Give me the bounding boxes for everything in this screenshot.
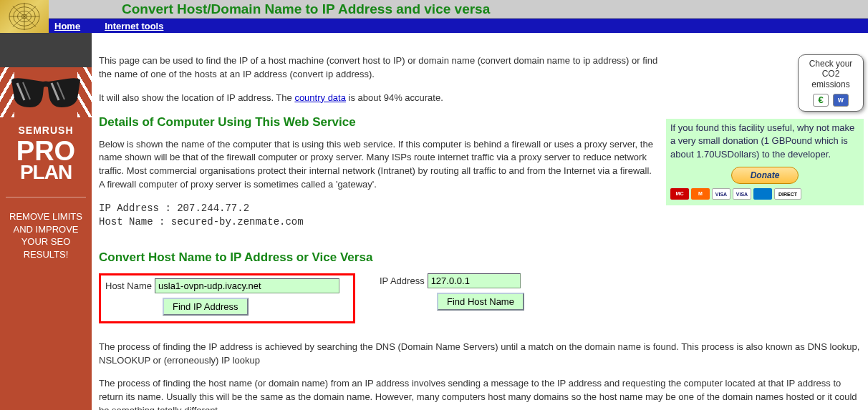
ip-label: IP Address : — [99, 202, 177, 214]
hostname-input[interactable] — [155, 278, 339, 293]
sunglasses-icon — [10, 77, 82, 110]
co2-widget[interactable]: Check your CO2 emissions € w — [798, 54, 864, 112]
intro-p2-suffix: is about 94% accurate. — [346, 92, 443, 103]
find-ip-button[interactable]: Find IP Address — [163, 298, 249, 316]
ad-brand: SEMRUSH — [6, 125, 86, 136]
ad-headline: SEMRUSH PRO PLAN — [0, 117, 92, 181]
visa-icon-2: VISA — [733, 188, 751, 200]
convert-heading: Convert Host Name to IP Address or Vice … — [99, 250, 864, 265]
sidebar-ad[interactable]: SEMRUSH PRO PLAN REMOVE LIMITS AND IMPRO… — [0, 33, 92, 410]
directdebit-icon: DIRECT — [774, 188, 801, 200]
explain-paragraph-1: The process of finding the IP address is… — [99, 341, 864, 368]
co2-line1: Check your — [801, 59, 860, 69]
title-bar: Convert Host/Domain Name to IP Address a… — [0, 0, 868, 19]
intro-p2-prefix: It will also show the location of IP add… — [99, 92, 294, 103]
ad-top-dark — [0, 33, 92, 67]
world-icon: w — [833, 94, 849, 107]
ad-divider — [6, 197, 86, 197]
host-label: Host Name : — [99, 216, 171, 228]
maestro-icon: M — [691, 188, 710, 200]
nav-home[interactable]: Home — [54, 21, 80, 31]
donate-text: If you found this facility useful, why n… — [670, 122, 854, 159]
donate-button[interactable]: Donate — [731, 167, 799, 184]
explain-paragraph-2: The process of finding the host name (or… — [99, 377, 864, 410]
find-host-button[interactable]: Find Host Name — [437, 293, 524, 311]
nav-internet-tools[interactable]: Internet tools — [105, 21, 163, 31]
donate-box: If you found this facility useful, why n… — [666, 119, 864, 205]
ad-illustration — [0, 67, 92, 117]
ipaddress-label: IP Address — [380, 275, 425, 286]
mastercard-icon: MC — [670, 188, 689, 200]
hostname-highlight: Host Name Find IP Address — [99, 273, 355, 323]
site-logo — [0, 0, 49, 33]
euro-icon: € — [813, 94, 829, 107]
ad-pro: PRO — [6, 139, 86, 163]
page-title: Convert Host/Domain Name to IP Address a… — [122, 1, 490, 17]
card-strip: MC M VISA VISA DIRECT — [670, 188, 859, 200]
country-data-link[interactable]: country data — [294, 92, 346, 103]
co2-line2: CO2 — [801, 69, 860, 79]
co2-line3: emissions — [801, 79, 860, 89]
hostname-label: Host Name — [105, 280, 152, 291]
ad-tagline: REMOVE LIMITS AND IMPROVE YOUR SEO RESUL… — [0, 210, 92, 273]
nav-bar: Home Internet tools — [0, 19, 868, 33]
host-value: secured-by.zenmate.com — [171, 216, 304, 228]
ip-value: 207.244.77.2 — [177, 202, 249, 214]
visa-icon: VISA — [712, 188, 730, 200]
ipaddress-input[interactable] — [428, 273, 521, 288]
client-info-block: IP Address : 207.244.77.2 Host Name : se… — [99, 202, 864, 229]
amex-icon — [753, 188, 772, 200]
